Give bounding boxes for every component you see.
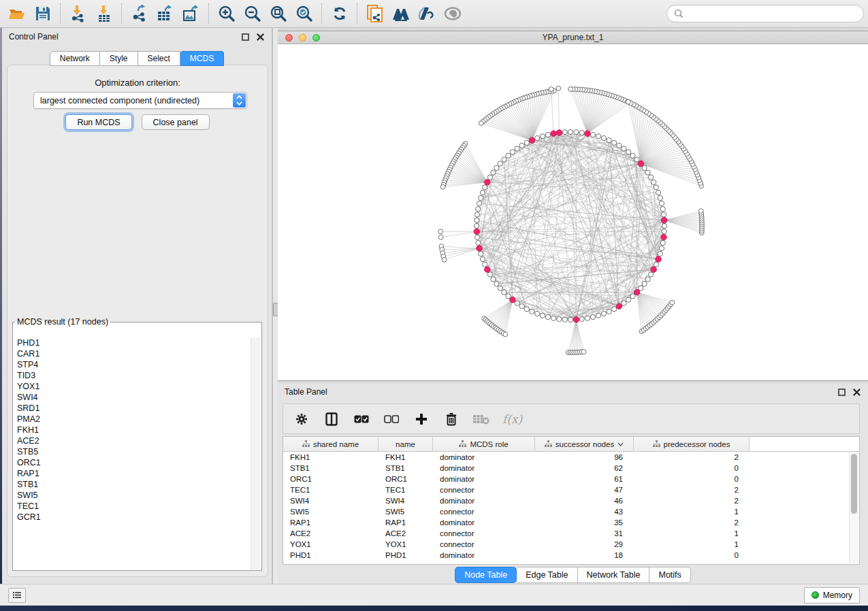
ring-node[interactable]	[475, 235, 479, 240]
ring-node[interactable]	[519, 303, 524, 308]
ring-node[interactable]	[487, 175, 492, 180]
table-settings-button[interactable]	[293, 409, 310, 429]
ring-node[interactable]	[642, 165, 647, 170]
mcds-hub-node[interactable]	[661, 234, 666, 240]
refresh-button[interactable]	[327, 2, 353, 25]
ring-node[interactable]	[494, 282, 499, 286]
tab-motifs[interactable]: Motifs	[649, 567, 690, 583]
leaf-node[interactable]	[626, 99, 631, 104]
window-zoom-icon[interactable]	[312, 34, 320, 42]
ring-node[interactable]	[487, 272, 492, 277]
ring-node[interactable]	[494, 165, 499, 170]
table-row[interactable]: FKH1FKH1dominator962	[283, 452, 859, 463]
ring-node[interactable]	[607, 138, 611, 143]
leaf-node[interactable]	[549, 87, 553, 92]
table-row[interactable]: SWI5SWI5connector431	[283, 506, 859, 517]
ring-node[interactable]	[642, 282, 647, 286]
ring-node[interactable]	[483, 185, 487, 190]
ring-node[interactable]	[502, 290, 507, 295]
ring-node[interactable]	[474, 223, 479, 228]
ring-node[interactable]	[585, 316, 590, 320]
leaf-node[interactable]	[438, 229, 443, 234]
ring-node[interactable]	[601, 311, 606, 316]
ring-node[interactable]	[574, 130, 579, 135]
ring-node[interactable]	[652, 180, 656, 184]
mcds-hub-node[interactable]	[474, 229, 479, 234]
ring-node[interactable]	[498, 161, 502, 166]
mcds-result-scrollbar[interactable]	[251, 337, 261, 569]
leaf-node[interactable]	[479, 121, 483, 126]
ring-node[interactable]	[660, 207, 665, 212]
ring-node[interactable]	[596, 134, 600, 139]
leaf-node[interactable]	[442, 257, 447, 262]
ring-node[interactable]	[479, 251, 483, 256]
export-table-button[interactable]	[152, 2, 178, 25]
ring-node[interactable]	[648, 175, 653, 180]
ring-node[interactable]	[607, 309, 611, 314]
network-graph[interactable]	[278, 44, 867, 380]
delete-column-button[interactable]	[443, 409, 460, 429]
table-row[interactable]: SWI4SWI4dominator462	[283, 495, 859, 506]
mcds-hub-node[interactable]	[529, 137, 534, 143]
leaf-node[interactable]	[670, 300, 675, 305]
deselect-all-rows-button[interactable]	[383, 409, 400, 429]
ring-node[interactable]	[656, 190, 660, 195]
ring-node[interactable]	[545, 314, 550, 319]
delete-table-button[interactable]	[472, 409, 490, 429]
leaf-node[interactable]	[698, 209, 703, 214]
tab-network-table[interactable]: Network Table	[578, 567, 650, 583]
zoom-selected-button[interactable]	[291, 2, 317, 25]
mcds-result-item[interactable]: SWI5	[14, 490, 251, 501]
ring-node[interactable]	[506, 294, 511, 299]
mcds-result-item[interactable]: PMA2	[14, 414, 251, 425]
float-panel-button[interactable]	[241, 33, 250, 42]
ring-node[interactable]	[475, 212, 479, 217]
table-scrollbar[interactable]	[849, 452, 858, 563]
ring-node[interactable]	[475, 218, 479, 222]
ring-node[interactable]	[568, 129, 573, 134]
mcds-hub-node[interactable]	[551, 131, 556, 136]
mcds-result-item[interactable]: STP4	[14, 359, 251, 370]
mcds-result-item[interactable]: FKH1	[14, 425, 251, 435]
leaf-node[interactable]	[556, 86, 561, 90]
ring-node[interactable]	[659, 246, 664, 250]
ring-node[interactable]	[534, 135, 539, 140]
ring-node[interactable]	[658, 195, 662, 200]
table-row[interactable]: STB1STB1dominator620	[283, 463, 859, 474]
ring-node[interactable]	[654, 185, 658, 190]
mcds-hub-node[interactable]	[662, 217, 667, 222]
ring-node[interactable]	[477, 201, 481, 205]
mcds-result-item[interactable]: SRD1	[14, 403, 251, 414]
tab-style[interactable]: Style	[100, 51, 138, 66]
leaf-node[interactable]	[503, 332, 508, 337]
mcds-result-item[interactable]: GCR1	[14, 512, 251, 523]
column-header-successor-nodes[interactable]: successor nodes	[535, 437, 634, 451]
export-network-button[interactable]	[127, 2, 152, 25]
tab-edge-table[interactable]: Edge Table	[517, 567, 577, 583]
column-header-predecessor-nodes[interactable]: predecessor nodes	[634, 437, 750, 451]
ring-node[interactable]	[498, 286, 502, 291]
ring-node[interactable]	[579, 316, 584, 321]
leaf-node[interactable]	[568, 87, 573, 92]
ring-node[interactable]	[480, 190, 485, 195]
toolbar-search[interactable]	[666, 5, 864, 22]
ring-node[interactable]	[626, 297, 631, 302]
ring-node[interactable]	[596, 313, 600, 318]
ring-node[interactable]	[617, 143, 622, 148]
float-table-panel-button[interactable]	[837, 388, 846, 397]
ring-node[interactable]	[661, 212, 666, 217]
mcds-result-item[interactable]: YOX1	[14, 381, 251, 392]
mcds-hub-node[interactable]	[585, 131, 590, 136]
table-row[interactable]: PHD1PHD1dominator180	[283, 550, 859, 561]
tab-mcds[interactable]: MCDS	[180, 51, 224, 66]
window-minimize-icon[interactable]	[299, 34, 306, 42]
window-close-icon[interactable]	[285, 34, 293, 42]
optimization-criterion-select[interactable]: largest connected component (undirected)	[33, 92, 247, 109]
ring-node[interactable]	[476, 207, 481, 212]
close-mcds-panel-button[interactable]: Close panel	[142, 114, 210, 130]
ring-node[interactable]	[654, 262, 658, 267]
ring-node[interactable]	[551, 316, 556, 320]
ring-node[interactable]	[622, 146, 626, 151]
ring-node[interactable]	[534, 311, 539, 316]
mcds-result-item[interactable]: TID3	[14, 370, 251, 381]
